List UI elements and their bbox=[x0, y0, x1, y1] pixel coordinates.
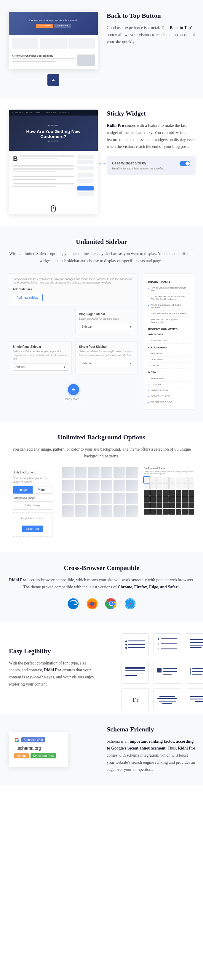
schema-card: Semantic Web ...schema.org Markup Struct… bbox=[9, 732, 68, 767]
back-to-top-preview: Do You Want to Improve Your Business? GE… bbox=[9, 12, 98, 86]
section-schema: Semantic Web ...schema.org Markup Struct… bbox=[0, 714, 203, 785]
many-more: + Many More... bbox=[9, 384, 138, 401]
chevron-down-icon: ▾ bbox=[64, 365, 65, 369]
plus-icon: + bbox=[68, 384, 79, 395]
scroll-icon bbox=[51, 205, 56, 212]
badge-structured-data: Structured Data bbox=[30, 753, 56, 759]
legibility-desc: With the perfect combination of font typ… bbox=[9, 660, 98, 688]
bg-panel: Body Background Choose body background a… bbox=[9, 467, 56, 540]
chrome-icon bbox=[105, 598, 117, 610]
unlimited-sidebar-desc: With Unlimited Sidebar options, you can … bbox=[9, 250, 194, 264]
add-sidebar-button[interactable]: Add new sidebar bbox=[13, 294, 43, 301]
section-unlimited-sidebar: Unlimited Sidebar With Unlimited Sidebar… bbox=[0, 226, 203, 422]
list-item: COMMENTS FEED bbox=[148, 393, 190, 399]
chevron-up-icon bbox=[51, 78, 56, 82]
list-item: WORDPRESS.ORG bbox=[148, 399, 190, 405]
bg-options-title: Unlimited Background Options bbox=[9, 433, 194, 441]
list-item: How Are You Getting New Customers? bbox=[148, 317, 190, 325]
cross-browser-desc: Ridhi Pro is cross-browser compatible, w… bbox=[9, 576, 194, 591]
single-page-select[interactable]: Sidebar▾ bbox=[13, 363, 68, 371]
select-files-button[interactable]: Select Files bbox=[22, 525, 43, 532]
swatch-panel: Background Pattern Choose from any of 64… bbox=[144, 467, 194, 515]
google-icon bbox=[14, 737, 19, 743]
list-item: 10 Online Courses You Can Start With No … bbox=[148, 294, 190, 302]
tab-image[interactable]: Image bbox=[13, 486, 33, 493]
sticky-option-desc: Enable to stick last widget in sidebar. bbox=[112, 167, 165, 170]
back-to-top-title: Back to Top Button bbox=[107, 12, 196, 19]
list-item: SITE ADMIN bbox=[148, 375, 190, 382]
chevron-down-icon: ▾ bbox=[130, 325, 131, 328]
blog-page-select[interactable]: Sidebar▾ bbox=[79, 323, 134, 330]
svg-point-2 bbox=[90, 602, 94, 606]
schema-title: Schema Friendly bbox=[107, 725, 196, 733]
sticky-widget-desc: Ridhi Pro comes with a feature to make t… bbox=[107, 122, 196, 150]
list-item: JANUARY 2020 bbox=[148, 338, 190, 344]
back-to-top-desc: Good user experience is crucial. The 'Ba… bbox=[107, 24, 196, 45]
section-bg-options: Unlimited Background Options You can add… bbox=[0, 422, 203, 552]
section-back-to-top: Do You Want to Improve Your Business? GE… bbox=[0, 0, 203, 98]
firefox-icon bbox=[86, 598, 98, 610]
safari-icon bbox=[124, 598, 136, 610]
thumb-grid bbox=[62, 467, 138, 517]
section-sticky-widget: ⬡ Ridhi ProHOMEABOUTSERVICESCONTACT BUSI… bbox=[0, 98, 203, 226]
sticky-widget-preview: ⬡ Ridhi ProHOMEABOUTSERVICESCONTACT BUSI… bbox=[9, 110, 98, 214]
list-item: ONLINE bbox=[148, 363, 190, 369]
sticky-option-label: Last Widget Sticky bbox=[112, 161, 165, 165]
sticky-toggle[interactable] bbox=[180, 161, 190, 166]
drop-zone[interactable]: Drop files to upload or Select Files bbox=[13, 512, 53, 536]
cross-browser-title: Cross-Browser Compatible bbox=[9, 564, 194, 572]
blog-page-sidebar-card: Blog Page Sidebar Select a sidebar for t… bbox=[75, 309, 138, 334]
single-post-sidebar-card: Single Post Sidebar Select a sidebar for… bbox=[75, 341, 138, 374]
section-legibility: Easy Legibility With the perfect combina… bbox=[0, 622, 203, 714]
single-page-sidebar-card: Single Page Sidebar Select a sidebar for… bbox=[9, 341, 72, 374]
list-item: COACHING bbox=[148, 357, 190, 363]
back-to-top-button[interactable] bbox=[47, 74, 59, 86]
schema-text: ...schema.org bbox=[14, 746, 63, 751]
list-item: Transform Your Client Experience bbox=[148, 311, 190, 317]
list-item: LOG OUT bbox=[148, 382, 190, 388]
list-item: BUSINESS bbox=[148, 351, 190, 357]
bg-options-desc: You can add any image, pattern, or color… bbox=[9, 446, 194, 460]
section-cross-browser: Cross-Browser Compatible Ridhi Pro is cr… bbox=[0, 552, 203, 622]
legibility-title: Easy Legibility bbox=[9, 647, 98, 655]
badge-markup: Markup bbox=[14, 753, 29, 759]
add-sidebar-card: Add custom sidebars. You need to save th… bbox=[9, 274, 138, 305]
sticky-widget-option-card: ←┄┄ Last Widget Sticky Enable to stick l… bbox=[107, 156, 196, 175]
unlimited-sidebar-title: Unlimited Sidebar bbox=[9, 238, 194, 246]
tab-pattern[interactable]: Pattern bbox=[33, 486, 53, 493]
list-item: How to Create a Personal Growth Plan bbox=[148, 285, 190, 294]
edge-icon bbox=[67, 598, 79, 610]
select-image-button[interactable]: Select image bbox=[13, 501, 53, 509]
legibility-grid: 123 TT bbox=[121, 633, 196, 702]
list-item: ENTRIES FEED bbox=[148, 388, 190, 393]
svg-point-5 bbox=[109, 602, 113, 606]
single-post-select[interactable]: Sidebar▾ bbox=[79, 360, 134, 367]
chevron-down-icon: ▾ bbox=[130, 362, 131, 365]
list-item: The Hidden Danger of Online Business bbox=[148, 302, 190, 311]
widget-list-preview: RECENT POSTS How to Create a Personal Gr… bbox=[144, 274, 194, 410]
sticky-widget-title: Sticky Widget bbox=[107, 110, 196, 117]
schema-desc: Schema is an important ranking factor, a… bbox=[107, 738, 196, 773]
arrow-icon: ←┄┄ bbox=[98, 161, 107, 166]
badge-semantic-web: Semantic Web bbox=[21, 737, 45, 742]
